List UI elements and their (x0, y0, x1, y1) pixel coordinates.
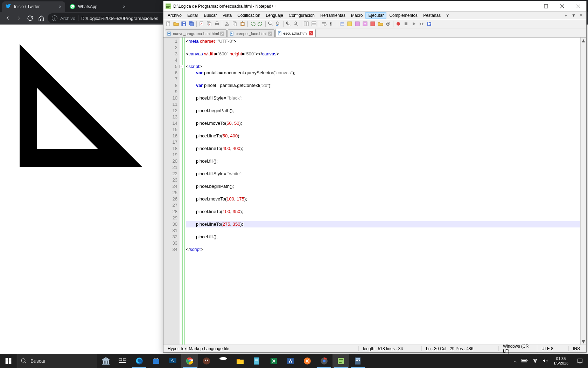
taskbar-weather[interactable]: 🏛️ (97, 354, 114, 368)
code-line[interactable] (186, 114, 580, 120)
scroll-track[interactable] (581, 43, 586, 339)
new-file-icon[interactable] (165, 20, 172, 27)
code-line[interactable]: pincel.lineTo(50, 400); (186, 133, 580, 139)
taskbar-notepadpp[interactable] (332, 354, 349, 368)
minimize-button[interactable] (522, 1, 538, 11)
tray-wifi-icon[interactable] (530, 358, 540, 364)
close-icon[interactable]: × (123, 4, 126, 9)
code-line[interactable]: var pantalla= document.querySelector("ca… (186, 70, 580, 76)
tray-chevron-up-icon[interactable]: ︿ (511, 358, 519, 364)
code-line[interactable]: pincel.fillStyle= "white"; (186, 171, 580, 177)
notification-button[interactable] (572, 354, 588, 368)
code-line[interactable]: pincel.fillStyle= "black"; (186, 95, 580, 101)
taskbar-excel[interactable] (265, 354, 282, 368)
zoom-out-icon[interactable] (293, 20, 300, 27)
menu-editar[interactable]: Editar (184, 12, 201, 19)
code-line[interactable] (186, 177, 580, 183)
replace-icon[interactable] (275, 20, 282, 27)
zoom-in-icon[interactable] (285, 20, 292, 27)
find-icon[interactable] (267, 20, 274, 27)
npp-titlebar[interactable]: D:\Logica de Programacion\escuadra.html … (163, 1, 586, 12)
undo-icon[interactable] (249, 20, 256, 27)
code-line[interactable]: var pincel= pantalla.getContext("2d"); (186, 82, 580, 89)
code-line[interactable] (186, 202, 580, 209)
back-button[interactable] (3, 13, 13, 23)
code-line[interactable]: pincel.fill(); (186, 158, 580, 164)
taskbar-search[interactable]: Buscar (17, 354, 97, 368)
code-line[interactable] (186, 240, 580, 246)
menu-?[interactable]: ? (443, 12, 451, 19)
taskbar-explorer[interactable] (232, 354, 248, 368)
play-multi-icon[interactable] (418, 20, 425, 27)
taskbar-xampp[interactable] (299, 354, 316, 368)
code-line[interactable] (186, 57, 580, 63)
copy-icon[interactable] (231, 20, 238, 27)
code-line[interactable] (186, 45, 580, 51)
menu-buscar[interactable]: Buscar (201, 12, 219, 19)
taskbar-taskview[interactable] (114, 354, 131, 368)
doc-map-icon[interactable] (369, 20, 376, 27)
play-macro-icon[interactable] (410, 20, 417, 27)
sync-h-icon[interactable] (310, 20, 317, 27)
code-line[interactable] (186, 76, 580, 82)
taskbar-edge[interactable] (131, 354, 148, 368)
code-line[interactable]: </script> (186, 246, 580, 253)
chrome-tab-whatsapp[interactable]: WhatsApp × (66, 1, 129, 12)
code-line[interactable]: pincel.lineTo(400, 400); (186, 145, 580, 152)
save-all-icon[interactable] (188, 20, 195, 27)
code-line[interactable]: pincel.beginPath(); (186, 183, 580, 190)
monitor-icon[interactable] (385, 20, 392, 27)
npp-editor[interactable]: 1234567891011121314151617181920212223242… (163, 38, 586, 345)
chrome-tab-twitter[interactable]: Inicio / Twitter × (2, 1, 65, 12)
taskbar-app1[interactable] (164, 354, 181, 368)
code-line[interactable] (186, 215, 580, 221)
code-line[interactable] (186, 227, 580, 234)
cut-icon[interactable] (224, 20, 231, 27)
menu-ejecutar[interactable]: Ejecutar (365, 12, 386, 19)
menu-vista[interactable]: Vista (220, 12, 234, 19)
code-line[interactable] (186, 164, 580, 171)
code-line[interactable]: pincel.fill(); (186, 234, 580, 240)
code-line[interactable] (186, 89, 580, 95)
paste-icon[interactable] (239, 20, 246, 27)
taskbar-calc[interactable] (349, 354, 366, 368)
menu-complementos[interactable]: Complementos (386, 12, 420, 19)
close-file-icon[interactable] (198, 20, 205, 27)
code-line[interactable]: pincel.moveTo(50, 50); (186, 120, 580, 127)
code-line[interactable]: pincel.lineTo(100, 350); (186, 209, 580, 215)
doc-list-icon[interactable] (377, 20, 384, 27)
menu-herramientas[interactable]: Herramientas (317, 12, 348, 19)
plus-icon[interactable]: ＋ (564, 13, 568, 19)
file-tab[interactable]: creeper_face.html (227, 29, 274, 37)
menu-archivo[interactable]: Archivo (165, 12, 184, 19)
close-icon[interactable] (309, 31, 313, 35)
chevron-down-icon[interactable]: ▼ (572, 13, 576, 18)
forward-button[interactable] (14, 13, 24, 23)
code-line[interactable] (186, 101, 580, 108)
taskbar-word[interactable] (282, 354, 299, 368)
code-line[interactable] (186, 152, 580, 158)
file-tab[interactable]: escuadra.html (275, 29, 316, 37)
scroll-down-icon[interactable]: ▼ (581, 339, 586, 345)
taskbar-samsung[interactable] (215, 354, 232, 368)
taskbar-store[interactable] (148, 354, 164, 368)
close-icon[interactable] (220, 32, 224, 36)
folder-as-ws-icon[interactable] (362, 20, 369, 27)
reload-button[interactable] (25, 13, 35, 23)
tray-volume-icon[interactable] (540, 358, 550, 364)
home-button[interactable] (36, 13, 46, 23)
save-macro-icon[interactable] (426, 20, 433, 27)
vertical-scrollbar[interactable]: ▲ ▼ (580, 38, 586, 345)
menu-pestañas[interactable]: Pestañas (420, 12, 443, 19)
function-list-icon[interactable] (354, 20, 361, 27)
taskbar-chrome2[interactable] (316, 354, 332, 368)
taskbar-notepad[interactable] (248, 354, 265, 368)
close-icon[interactable] (268, 32, 272, 36)
code-area[interactable]: <meta charset="UTF-8"> <canvas width="60… (184, 38, 580, 345)
show-all-chars-icon[interactable]: ¶ (328, 20, 335, 27)
close-button[interactable] (554, 1, 570, 11)
indent-guide-icon[interactable] (338, 20, 345, 27)
fold-toggle[interactable]: − (180, 65, 183, 68)
code-line[interactable] (186, 127, 580, 133)
lang-format-icon[interactable] (346, 20, 353, 27)
